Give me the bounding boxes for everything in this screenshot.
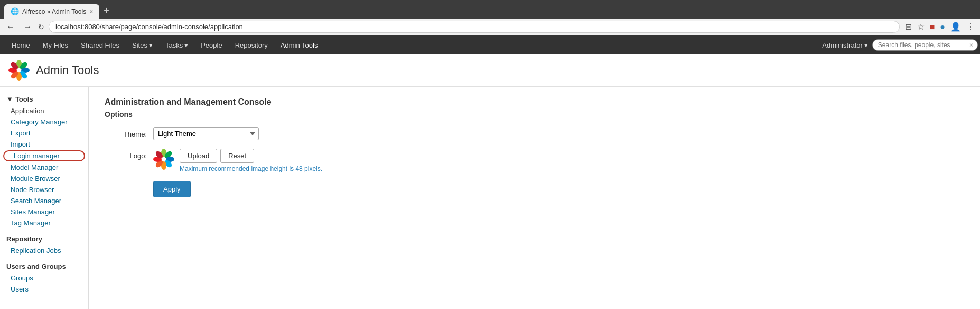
logo-label: Logo: bbox=[105, 149, 147, 160]
main-layout: ▼ Tools Application Category Manager Exp… bbox=[0, 87, 980, 309]
sites-dropdown-icon: ▾ bbox=[149, 41, 153, 49]
sidebar-item-node-browser[interactable]: Node Browser bbox=[0, 184, 88, 195]
sidebar-usersgroups-header[interactable]: Users and Groups bbox=[0, 260, 88, 272]
browser-chrome: 🌐 Alfresco » Admin Tools × + bbox=[0, 0, 980, 19]
sidebar-item-groups[interactable]: Groups bbox=[0, 272, 88, 284]
logo-btn-row: Upload Reset bbox=[180, 149, 322, 163]
nav-home[interactable]: Home bbox=[6, 35, 35, 54]
sidebar-item-model-manager[interactable]: Model Manager bbox=[0, 162, 88, 173]
user-account-button[interactable]: 👤 bbox=[949, 21, 962, 33]
search-clear-button[interactable]: × bbox=[969, 41, 974, 49]
reset-button[interactable]: Reset bbox=[220, 149, 254, 163]
sidebar-item-application[interactable]: Application bbox=[0, 105, 88, 116]
logo-btn-group: Upload Reset Maximum recommended image h… bbox=[180, 149, 322, 172]
admin-dropdown[interactable]: Administrator ▾ bbox=[822, 41, 868, 49]
app-nav: Home My Files Shared Files Sites ▾ Tasks… bbox=[0, 35, 980, 54]
tools-section-label: Tools bbox=[15, 95, 33, 103]
browser-actions: ⊟ ☆ ■ ● 👤 ⋮ bbox=[904, 21, 976, 33]
apply-row: Apply bbox=[105, 181, 964, 197]
content-subtitle: Options bbox=[105, 110, 964, 119]
page-header: Admin Tools bbox=[0, 54, 980, 87]
tab-bar: 🌐 Alfresco » Admin Tools × + bbox=[4, 3, 976, 19]
theme-row: Theme: Light Theme Google Docs Theme Def… bbox=[105, 127, 964, 140]
nav-admintools[interactable]: Admin Tools bbox=[275, 35, 323, 54]
nav-tasks[interactable]: Tasks ▾ bbox=[160, 35, 193, 54]
sidebar: ▼ Tools Application Category Manager Exp… bbox=[0, 87, 89, 309]
theme-select[interactable]: Light Theme Google Docs Theme Default Th… bbox=[153, 127, 259, 140]
nav-sharedfiles[interactable]: Shared Files bbox=[76, 35, 125, 54]
nav-sites[interactable]: Sites ▾ bbox=[127, 35, 158, 54]
close-tab-icon[interactable]: × bbox=[89, 8, 93, 15]
content-title: Administration and Management Console bbox=[105, 97, 964, 107]
logo-hint: Maximum recommended image height is 48 p… bbox=[180, 165, 322, 172]
tools-chevron-icon: ▼ bbox=[6, 95, 13, 103]
upload-button[interactable]: Upload bbox=[180, 149, 217, 163]
nav-right: Administrator ▾ × bbox=[822, 39, 974, 51]
logo-area: Upload Reset Maximum recommended image h… bbox=[153, 149, 322, 172]
tab-favicon: 🌐 bbox=[11, 7, 19, 15]
tab-title: Alfresco » Admin Tools bbox=[22, 8, 86, 15]
reload-button[interactable]: ↻ bbox=[38, 23, 44, 31]
sidebar-repository-header[interactable]: Repository bbox=[0, 233, 88, 245]
usersgroups-section-label: Users and Groups bbox=[6, 262, 66, 270]
active-tab[interactable]: 🌐 Alfresco » Admin Tools × bbox=[4, 4, 99, 19]
sidebar-item-tag-manager[interactable]: Tag Manager bbox=[0, 217, 88, 229]
extension-button[interactable]: ■ bbox=[929, 21, 936, 33]
sidebar-item-sites-manager[interactable]: Sites Manager bbox=[0, 206, 88, 217]
translate-button[interactable]: ⊟ bbox=[904, 21, 913, 33]
sidebar-item-login-manager[interactable]: Login manager bbox=[3, 150, 85, 161]
theme-label: Theme: bbox=[105, 127, 147, 138]
address-bar: ← → ↻ ⊟ ☆ ■ ● 👤 ⋮ bbox=[0, 19, 980, 35]
nav-people[interactable]: People bbox=[195, 35, 227, 54]
nav-repository[interactable]: Repository bbox=[230, 35, 273, 54]
theme-control: Light Theme Google Docs Theme Default Th… bbox=[153, 127, 259, 140]
sidebar-item-import[interactable]: Import bbox=[0, 139, 88, 150]
forward-button[interactable]: → bbox=[21, 21, 34, 33]
new-tab-button[interactable]: + bbox=[99, 3, 114, 19]
admin-dropdown-icon: ▾ bbox=[864, 41, 868, 49]
sidebar-item-search-manager[interactable]: Search Manager bbox=[0, 195, 88, 206]
page-title: Admin Tools bbox=[36, 63, 99, 77]
profile-button[interactable]: ● bbox=[939, 21, 946, 33]
menu-button[interactable]: ⋮ bbox=[965, 21, 976, 33]
content-area: Administration and Management Console Op… bbox=[89, 87, 980, 309]
alfresco-logo bbox=[8, 60, 30, 81]
sidebar-tools-header[interactable]: ▼ Tools bbox=[0, 93, 88, 105]
sidebar-item-export[interactable]: Export bbox=[0, 128, 88, 139]
bookmark-button[interactable]: ☆ bbox=[916, 21, 926, 33]
apply-button[interactable]: Apply bbox=[153, 181, 191, 197]
sidebar-item-category-manager[interactable]: Category Manager bbox=[0, 116, 88, 128]
sidebar-item-replication-jobs[interactable]: Replication Jobs bbox=[0, 245, 88, 256]
tasks-dropdown-icon: ▾ bbox=[184, 41, 188, 49]
admin-label: Administrator bbox=[822, 41, 863, 49]
nav-myfiles[interactable]: My Files bbox=[38, 35, 73, 54]
logo-row: Logo: Upload Reset bbox=[105, 149, 964, 172]
sidebar-item-users[interactable]: Users bbox=[0, 284, 88, 295]
back-button[interactable]: ← bbox=[4, 21, 17, 33]
address-input[interactable] bbox=[49, 21, 900, 33]
sidebar-item-module-browser[interactable]: Module Browser bbox=[0, 173, 88, 184]
logo-preview bbox=[153, 149, 174, 170]
repository-section-label: Repository bbox=[6, 235, 42, 243]
global-search-input[interactable] bbox=[872, 39, 978, 51]
